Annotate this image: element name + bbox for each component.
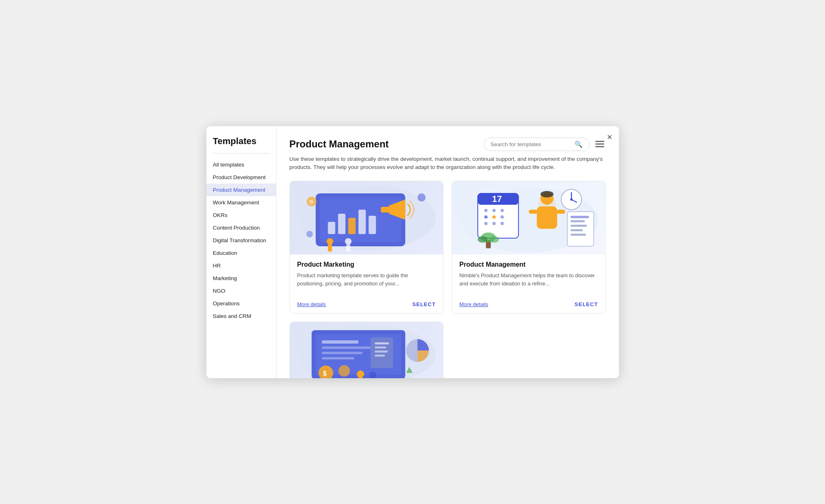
svg-point-53 — [489, 236, 499, 243]
svg-rect-14 — [328, 244, 332, 252]
svg-rect-46 — [570, 220, 585, 222]
search-input[interactable] — [491, 141, 571, 147]
svg-rect-41 — [537, 206, 557, 229]
sidebar-item-work-management[interactable]: Work Management — [206, 196, 276, 209]
svg-rect-6 — [328, 222, 335, 234]
cards-grid: ⚙ Product Marketing Product marketing te… — [290, 181, 606, 378]
card-footer-product-management: More details SELECT — [452, 298, 606, 313]
main-header: Product Management 🔍 — [290, 138, 606, 151]
svg-rect-45 — [570, 216, 589, 218]
search-icon: 🔍 — [575, 140, 583, 148]
svg-rect-59 — [322, 352, 362, 354]
sidebar-item-content-production[interactable]: Content Production — [206, 221, 276, 234]
svg-rect-63 — [375, 346, 386, 348]
svg-point-37 — [570, 198, 573, 201]
svg-point-30 — [500, 215, 504, 219]
svg-point-27 — [500, 209, 504, 212]
select-product-management[interactable]: SELECT — [575, 301, 598, 307]
svg-rect-43 — [556, 210, 565, 214]
svg-rect-42 — [529, 210, 538, 214]
svg-text:⚙: ⚙ — [309, 199, 314, 205]
card-title-product-management: Product Management — [459, 261, 598, 268]
svg-rect-0 — [595, 141, 604, 142]
svg-point-28 — [484, 215, 487, 219]
svg-rect-1 — [595, 144, 604, 145]
card-product-marketing[interactable]: ⚙ Product Marketing Product marketing te… — [290, 181, 444, 313]
search-bar: 🔍 — [484, 138, 590, 151]
more-details-product-management[interactable]: More details — [459, 301, 488, 307]
svg-rect-49 — [570, 234, 586, 236]
svg-rect-58 — [322, 346, 371, 349]
sidebar-item-product-management[interactable]: Product Management — [206, 184, 276, 196]
card-footer-product-marketing: More details SELECT — [290, 298, 443, 313]
svg-rect-2 — [595, 146, 604, 147]
svg-point-33 — [500, 222, 504, 225]
svg-point-26 — [492, 209, 496, 212]
svg-rect-10 — [369, 216, 376, 234]
svg-point-25 — [484, 209, 487, 212]
svg-point-68 — [338, 365, 350, 377]
main-content: Product Management 🔍 Use these templates… — [276, 126, 619, 378]
svg-point-13 — [327, 238, 333, 245]
modal: Templates All templates Product Developm… — [206, 126, 619, 378]
card-desc-product-marketing: Product marketing template serves to gui… — [297, 272, 436, 287]
header-actions: 🔍 — [484, 138, 606, 151]
card-title-product-marketing: Product Marketing — [297, 261, 436, 268]
card-body-product-marketing: Product Marketing Product marketing temp… — [290, 254, 443, 298]
card-product-event-management[interactable]: $ — [290, 322, 444, 378]
select-product-marketing[interactable]: SELECT — [412, 301, 436, 307]
page-title: Product Management — [290, 138, 389, 150]
svg-rect-65 — [375, 355, 385, 357]
svg-text:17: 17 — [492, 194, 502, 204]
svg-point-52 — [478, 236, 487, 243]
sidebar-item-ngo[interactable]: NGO — [206, 285, 276, 297]
card-image-product-marketing: ⚙ — [290, 181, 443, 254]
sidebar-item-digital-transformation[interactable]: Digital Transformation — [206, 234, 276, 247]
svg-point-40 — [540, 191, 553, 197]
card-product-management[interactable]: 17 — [452, 181, 606, 313]
svg-point-32 — [492, 222, 496, 225]
svg-rect-12 — [381, 207, 390, 213]
sidebar-item-marketing[interactable]: Marketing — [206, 272, 276, 285]
sidebar-divider — [213, 153, 270, 153]
svg-point-20 — [306, 231, 313, 237]
svg-rect-61 — [371, 337, 393, 368]
svg-point-15 — [345, 238, 351, 245]
svg-point-29 — [492, 215, 496, 219]
sidebar-item-product-development[interactable]: Product Development — [206, 171, 276, 184]
card-image-product-event-management: $ — [290, 322, 443, 378]
list-view-button[interactable] — [594, 139, 606, 149]
sidebar: Templates All templates Product Developm… — [206, 126, 276, 378]
svg-text:$: $ — [323, 370, 327, 377]
card-image-product-management: 17 — [452, 181, 606, 254]
sidebar-item-all-templates[interactable]: All templates — [206, 158, 276, 171]
svg-rect-47 — [570, 225, 587, 227]
card-desc-product-management: Nimble's Product Management helps the te… — [459, 272, 598, 287]
svg-rect-60 — [322, 357, 354, 359]
svg-point-19 — [417, 193, 426, 202]
sidebar-item-hr[interactable]: HR — [206, 259, 276, 272]
svg-rect-8 — [348, 218, 355, 234]
sidebar-title: Templates — [206, 136, 276, 153]
svg-rect-57 — [322, 340, 358, 344]
svg-rect-9 — [358, 210, 366, 234]
card-body-product-management: Product Management Nimble's Product Mana… — [452, 254, 606, 298]
svg-rect-64 — [375, 351, 388, 353]
main-description: Use these templates to strategically dri… — [290, 155, 606, 172]
svg-rect-7 — [338, 214, 345, 234]
svg-point-31 — [484, 222, 487, 225]
close-button[interactable]: × — [607, 133, 612, 142]
more-details-product-marketing[interactable]: More details — [297, 301, 326, 307]
svg-rect-48 — [570, 229, 583, 231]
sidebar-item-okrs[interactable]: OKRs — [206, 209, 276, 221]
sidebar-item-education[interactable]: Education — [206, 247, 276, 259]
svg-rect-62 — [375, 342, 389, 344]
svg-rect-16 — [346, 244, 350, 252]
svg-point-70 — [357, 370, 364, 378]
sidebar-item-operations[interactable]: Operations — [206, 297, 276, 310]
sidebar-item-sales-and-crm[interactable]: Sales and CRM — [206, 310, 276, 322]
